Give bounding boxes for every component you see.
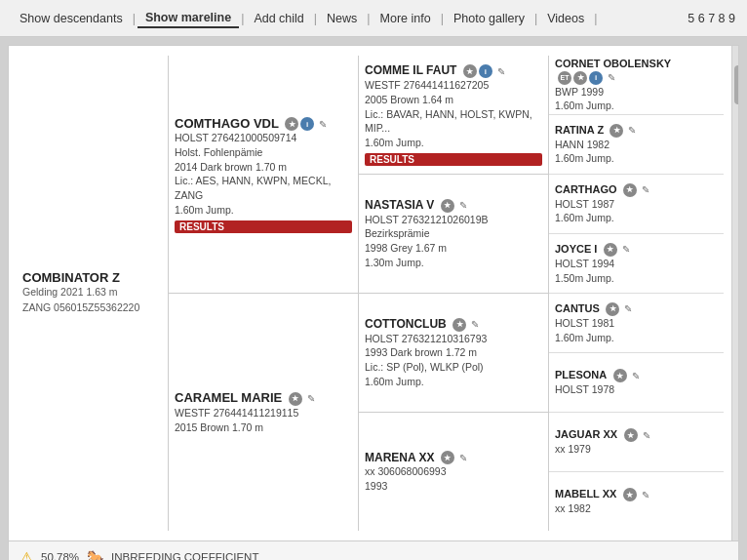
gp-1-icon-pencil[interactable]: ✎ — [456, 199, 470, 213]
ggp-3-icon-star: ★ — [604, 243, 617, 257]
ggp-0-reg: BWP 1999 — [555, 85, 718, 100]
gp-0: COMME IL FAUT ★ i ✎ WESTF 27644141162720… — [359, 56, 548, 175]
gp-0-detail1: 2005 Brown 1.64 m — [365, 93, 542, 107]
gp-3-name-row: MARENA XX ★ ✎ — [365, 451, 542, 465]
top-nav: Show descendants | Show mareline | Add c… — [0, 0, 747, 37]
ggp-2-icons: ★ ✎ — [623, 183, 652, 197]
root-animal-detail1: Gelding 2021 1.63 m — [22, 285, 162, 300]
pedigree-area: COMBINATOR Z Gelding 2021 1.63 m ZANG 05… — [9, 46, 731, 540]
col-parents: COMTHAGO VDL ★ i ✎ HOLST 276421000509714… — [168, 56, 358, 531]
parent-bottom-reg: WESTF 276441411219115 — [175, 406, 352, 420]
ggp-3-icons: ★ ✎ — [604, 243, 633, 257]
main-content: COMBINATOR Z Gelding 2021 1.63 m ZANG 05… — [8, 45, 739, 560]
ggp-0-icon-pencil[interactable]: ✎ — [605, 71, 618, 85]
gp-1-subtitle: Bezirksprämie — [365, 226, 542, 241]
ggp-0-icon-star: ★ — [573, 71, 587, 85]
ggp-3-name-row: JOYCE I ★ ✎ — [555, 242, 718, 257]
warning-icon: ⚠ — [20, 549, 33, 560]
ggp-0-name-row: CORNET OBOLENSKY ET ★ i ✎ — [555, 57, 718, 85]
gp-1: NASTASIA V ★ ✎ HOLST 27632121026019B Bez… — [359, 175, 548, 294]
ggp-4-icon-pencil[interactable]: ✎ — [621, 302, 635, 316]
root-animal: COMBINATOR Z Gelding 2021 1.63 m ZANG 05… — [17, 266, 168, 320]
gp-3-reg: xx 306068006993 — [365, 464, 542, 479]
gp-0-results[interactable]: RESULTS — [365, 153, 542, 166]
ggp-2-icon-pencil[interactable]: ✎ — [639, 183, 652, 197]
gp-1-jump: 1.30m Jump. — [365, 256, 542, 270]
gp-2-icons: ★ ✎ — [452, 318, 482, 332]
parent-top-icons: ★ i ✎ — [285, 117, 330, 131]
parent-top: COMTHAGO VDL ★ i ✎ HOLST 276421000509714… — [169, 56, 358, 294]
ggp-6-icon-pencil[interactable]: ✎ — [640, 428, 653, 442]
nav-photo-gallery[interactable]: Photo gallery — [446, 10, 532, 27]
ggp-2-reg: HOLST 1987 — [555, 197, 718, 212]
gp-1-icon-star: ★ — [441, 199, 454, 213]
nav-more-info[interactable]: More info — [373, 10, 439, 27]
ggp-1: RATINA Z ★ ✎ HANN 1982 1.60m Jump. — [549, 115, 724, 175]
ggp-3-jump: 1.50m Jump. — [555, 271, 718, 286]
ggp-6: JAGUAR XX ★ ✎ xx 1979 — [549, 413, 724, 472]
root-animal-detail2: ZANG 056015Z55362220 — [22, 300, 162, 316]
parent-bottom: CARAMEL MARIE ★ ✎ WESTF 276441411219115 … — [169, 294, 358, 531]
horse-icon: 🐎 — [87, 549, 103, 560]
ggp-0-icons: ET ★ i ✎ — [558, 71, 618, 85]
icon-pencil[interactable]: ✎ — [316, 117, 330, 131]
gp-0-lic: Lic.: BAVAR, HANN, HOLST, KWPN, MIP... — [365, 107, 542, 136]
ggp-6-icons: ★ ✎ — [624, 428, 653, 442]
ggp-6-icon-star: ★ — [624, 428, 638, 442]
ggp-7-icon-pencil[interactable]: ✎ — [639, 488, 652, 501]
gp-2-icon-star: ★ — [452, 318, 466, 332]
icon-star: ★ — [285, 117, 298, 131]
pagination[interactable]: 5 6 7 8 9 — [688, 12, 735, 25]
parent-top-subtitle: Holst. Fohlenpämie — [175, 145, 352, 160]
nav-videos[interactable]: Videos — [539, 10, 592, 27]
ggp-0: CORNET OBOLENSKY ET ★ i ✎ BWP 1999 1.60m… — [549, 56, 724, 115]
nav-show-descendants[interactable]: Show descendants — [12, 10, 131, 27]
ggp-3-icon-pencil[interactable]: ✎ — [619, 243, 633, 257]
col-root: COMBINATOR Z Gelding 2021 1.63 m ZANG 05… — [17, 56, 168, 531]
nav-add-child[interactable]: Add child — [246, 10, 311, 27]
nav-news[interactable]: News — [319, 10, 365, 27]
scrollbar[interactable] — [731, 46, 738, 540]
icon-info: i — [300, 117, 314, 131]
gp-2-lic: Lic.: SP (Pol), WLKP (Pol) — [365, 360, 542, 375]
scroll-thumb[interactable] — [734, 65, 738, 104]
gp-0-icon-info: i — [479, 64, 492, 78]
gp-3-icon-star: ★ — [441, 451, 454, 464]
col-ggp: CORNET OBOLENSKY ET ★ i ✎ BWP 1999 1.60m… — [548, 56, 724, 531]
gp-2-detail: 1993 Dark brown 1.72 m — [365, 345, 542, 360]
ggp-3: JOYCE I ★ ✎ HOLST 1994 1.50m Jump. — [549, 234, 724, 294]
ggp-7-reg: xx 1982 — [555, 501, 718, 516]
gp-3-detail: 1993 — [365, 479, 542, 494]
gp-0-icon-pencil[interactable]: ✎ — [494, 64, 508, 78]
gp-2-reg: HOLST 276321210316793 — [365, 332, 542, 346]
parent-bottom-name-row: CARAMEL MARIE ★ ✎ — [175, 390, 352, 406]
ggp-2: CARTHAGO ★ ✎ HOLST 1987 1.60m Jump. — [549, 175, 724, 234]
gp-0-icon-star: ★ — [463, 64, 477, 78]
gp-3-icon-pencil[interactable]: ✎ — [456, 451, 470, 464]
inbreeding-percent: 50.78% — [41, 551, 79, 560]
ggp-7-icons: ★ ✎ — [623, 488, 652, 501]
ggp-5: PLESONA ★ ✎ HOLST 1978 — [549, 353, 724, 413]
gp-1-icons: ★ ✎ — [441, 199, 470, 213]
gp-2-icon-pencil[interactable]: ✎ — [468, 318, 482, 332]
icon-pencil2[interactable]: ✎ — [304, 392, 318, 406]
col-grandparents: COMME IL FAUT ★ i ✎ WESTF 27644141162720… — [358, 56, 548, 531]
nav-show-mareline[interactable]: Show mareline — [138, 9, 239, 28]
gp-3-icons: ★ ✎ — [441, 451, 470, 464]
ggp-2-jump: 1.60m Jump. — [555, 211, 718, 225]
ggp-1-icon-star: ★ — [609, 124, 623, 138]
ggp-7-name-row: MABELL XX ★ ✎ — [555, 487, 718, 501]
ggp-5-icon-star: ★ — [613, 369, 627, 382]
gp-1-name-row: NASTASIA V ★ ✎ — [365, 198, 542, 213]
ggp-1-icon-pencil[interactable]: ✎ — [625, 124, 639, 138]
root-animal-name: COMBINATOR Z — [22, 270, 162, 285]
gp-0-icons: ★ i ✎ — [463, 64, 508, 78]
ggp-6-reg: xx 1979 — [555, 442, 718, 457]
gp-1-reg: HOLST 27632121026019B — [365, 213, 542, 227]
ggp-0-icon-info: i — [589, 71, 603, 85]
ggp-5-icon-pencil[interactable]: ✎ — [629, 369, 643, 382]
parent-top-results[interactable]: RESULTS — [175, 220, 352, 233]
ggp-2-icon-star: ★ — [623, 183, 637, 197]
ggp-7-icon-star: ★ — [623, 488, 637, 501]
gp-2-name-row: COTTONCLUB ★ ✎ — [365, 317, 542, 332]
